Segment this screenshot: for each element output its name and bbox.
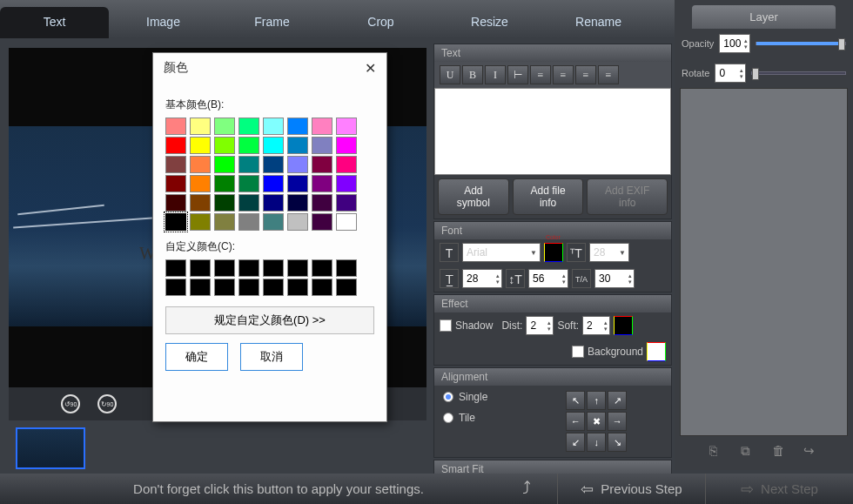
shadow-soft-spinner[interactable]: 2 (582, 316, 610, 335)
delete-layer-icon[interactable]: 🗑 (772, 443, 788, 459)
layer-list[interactable] (680, 88, 848, 436)
custom-color-swatch[interactable] (287, 279, 308, 296)
basic-color-swatch[interactable] (165, 156, 186, 173)
align-position-button[interactable]: ✖ (587, 412, 606, 431)
align-center-button[interactable]: ≡ (553, 65, 574, 84)
basic-color-swatch[interactable] (312, 137, 332, 154)
line-height-spinner[interactable]: 28 (462, 269, 502, 288)
basic-color-swatch[interactable] (165, 213, 186, 231)
align-position-button[interactable]: → (608, 412, 627, 431)
shadow-color-picker[interactable] (614, 316, 633, 335)
custom-color-swatch[interactable] (190, 279, 211, 296)
basic-color-swatch[interactable] (336, 213, 357, 231)
basic-color-swatch[interactable] (214, 175, 235, 192)
basic-color-swatch[interactable] (214, 137, 235, 154)
custom-color-swatch[interactable] (238, 279, 259, 296)
basic-color-swatch[interactable] (190, 156, 211, 173)
basic-color-swatch[interactable] (263, 194, 284, 212)
basic-color-swatch[interactable] (263, 137, 284, 154)
basic-color-swatch[interactable] (238, 194, 259, 212)
custom-color-swatch[interactable] (287, 259, 308, 277)
underline-button[interactable]: U (440, 65, 460, 84)
custom-color-swatch[interactable] (165, 259, 186, 277)
basic-color-swatch[interactable] (287, 156, 308, 173)
add-symbol-button[interactable]: Add symbol (438, 178, 509, 215)
background-checkbox[interactable] (572, 346, 584, 358)
basic-color-swatch[interactable] (165, 194, 186, 212)
custom-color-swatch[interactable] (214, 279, 235, 296)
basic-color-swatch[interactable] (190, 118, 211, 135)
basic-color-swatch[interactable] (336, 118, 357, 135)
align-right-button[interactable]: ≡ (575, 65, 596, 84)
basic-color-swatch[interactable] (287, 175, 308, 192)
font-color-picker[interactable] (544, 243, 563, 262)
basic-color-swatch[interactable] (263, 175, 284, 192)
text-input-area[interactable] (434, 88, 671, 175)
basic-color-swatch[interactable] (238, 118, 259, 135)
tab-frame[interactable]: Frame (218, 7, 326, 38)
align-position-button[interactable]: ↑ (587, 391, 606, 410)
basic-color-swatch[interactable] (336, 137, 357, 154)
basic-color-swatch[interactable] (312, 194, 332, 212)
basic-color-swatch[interactable] (238, 137, 259, 154)
custom-color-swatch[interactable] (190, 259, 211, 277)
export-layer-icon[interactable]: ↪ (803, 443, 819, 459)
background-color-picker[interactable] (647, 342, 666, 361)
basic-color-swatch[interactable] (336, 156, 357, 173)
basic-color-swatch[interactable] (287, 213, 308, 231)
bold-button[interactable]: B (462, 65, 483, 84)
basic-color-swatch[interactable] (190, 213, 211, 231)
basic-color-swatch[interactable] (287, 137, 308, 154)
custom-color-swatch[interactable] (238, 259, 259, 277)
align-left-button[interactable]: ≡ (530, 65, 551, 84)
basic-color-swatch[interactable] (165, 118, 186, 135)
define-custom-color-button[interactable]: 规定自定义颜色(D) >> (165, 306, 374, 334)
basic-color-swatch[interactable] (214, 213, 235, 231)
tracking-spinner[interactable]: 56 (528, 269, 568, 288)
tab-crop[interactable]: Crop (326, 7, 435, 38)
custom-color-swatch[interactable] (312, 279, 332, 296)
add-layer-icon[interactable]: ⎘ (709, 443, 725, 459)
basic-color-swatch[interactable] (336, 175, 357, 192)
add-file-info-button[interactable]: Add file info (513, 178, 584, 215)
custom-color-swatch[interactable] (336, 259, 357, 277)
custom-color-swatch[interactable] (263, 279, 284, 296)
basic-color-swatch[interactable] (214, 156, 235, 173)
italic-button[interactable]: I (485, 65, 506, 84)
basic-color-swatch[interactable] (165, 175, 186, 192)
font-size-select[interactable]: 28 (589, 243, 629, 262)
basic-color-swatch[interactable] (312, 118, 332, 135)
custom-color-swatch[interactable] (312, 259, 332, 277)
custom-color-swatch[interactable] (214, 259, 235, 277)
rotate-right-button[interactable]: ↻90 (97, 394, 117, 413)
align-position-button[interactable]: ↓ (587, 433, 606, 452)
tile-radio[interactable] (443, 413, 453, 423)
tab-resize[interactable]: Resize (435, 7, 544, 38)
basic-color-swatch[interactable] (214, 194, 235, 212)
basic-color-swatch[interactable] (287, 194, 308, 212)
kerning-spinner[interactable]: 30 (594, 269, 635, 288)
tab-text[interactable]: Text (0, 7, 109, 38)
single-radio[interactable] (443, 392, 453, 402)
layer-tab[interactable]: Layer (692, 5, 836, 29)
basic-color-swatch[interactable] (263, 213, 284, 231)
next-step-button[interactable]: ⇨ Next Step (705, 474, 853, 504)
ok-button[interactable]: 确定 (165, 343, 228, 371)
basic-color-swatch[interactable] (190, 175, 211, 192)
font-family-select[interactable]: Arial (462, 243, 541, 262)
cancel-button[interactable]: 取消 (240, 343, 303, 371)
basic-color-swatch[interactable] (263, 156, 284, 173)
custom-color-swatch[interactable] (263, 259, 284, 277)
basic-color-swatch[interactable] (263, 118, 284, 135)
basic-color-swatch[interactable] (336, 194, 357, 212)
align-position-button[interactable]: ← (566, 412, 585, 431)
shadow-dist-spinner[interactable]: 2 (526, 316, 554, 335)
basic-color-swatch[interactable] (214, 118, 235, 135)
tab-image[interactable]: Image (109, 7, 218, 38)
previous-step-button[interactable]: ⇦ Previous Step (557, 474, 705, 504)
duplicate-layer-icon[interactable]: ⧉ (741, 443, 756, 459)
align-position-button[interactable]: ↘ (608, 433, 627, 452)
basic-color-swatch[interactable] (238, 156, 259, 173)
opacity-slider[interactable] (756, 42, 846, 45)
basic-color-swatch[interactable] (165, 137, 186, 154)
